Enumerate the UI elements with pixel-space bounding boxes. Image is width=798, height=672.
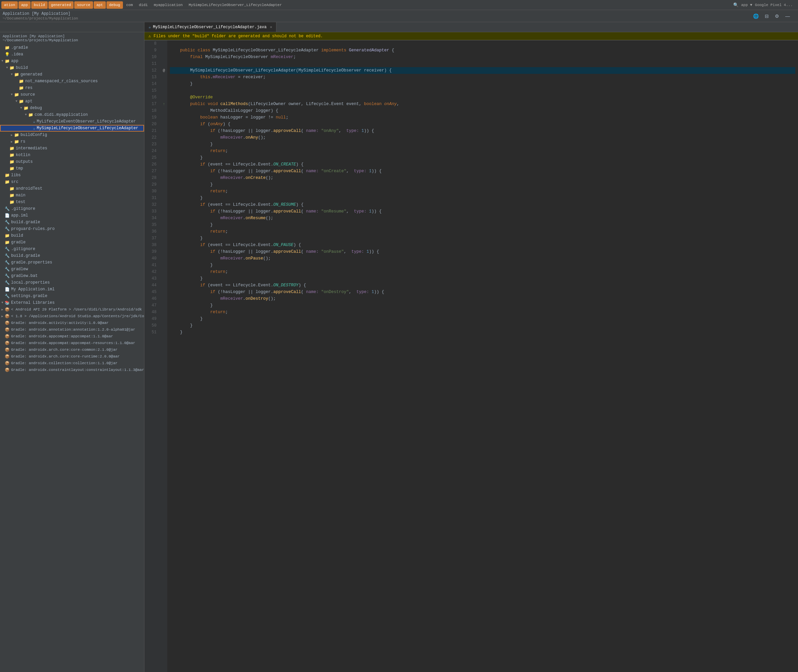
tree-item[interactable]: 🔧 build.gradle bbox=[0, 253, 144, 259]
tree-item[interactable]: 📦 Gradle: androidx.appcompat:appcompat:1… bbox=[0, 333, 144, 340]
file-tab-close-btn[interactable]: ✕ bbox=[270, 25, 272, 29]
project-root-label: Application [My Application] ~/Documents… bbox=[3, 34, 78, 42]
file-tab-active[interactable]: ☕ MySimpleLifecycleObserver_LifecycleAda… bbox=[144, 22, 276, 32]
tree-item[interactable]: 🔧 build.gradle bbox=[0, 219, 144, 226]
folder-icon: 📁 bbox=[14, 139, 19, 144]
tree-item[interactable]: 📦 Gradle: androidx.collection:collection… bbox=[0, 360, 144, 366]
tree-item[interactable]: 🔧 gradlew.bat bbox=[0, 272, 144, 279]
code-line-16: @Override bbox=[170, 94, 795, 101]
top-tab-source[interactable]: source bbox=[74, 2, 93, 9]
tree-item[interactable]: 📁 not_namespaced_r_class_sources bbox=[0, 78, 144, 85]
tree-item[interactable]: 📦 Gradle: androidx.constraintlayout:cons… bbox=[0, 366, 144, 373]
tree-label: gradle bbox=[11, 240, 26, 245]
tree-item[interactable]: ▼ 📁 build bbox=[0, 64, 144, 71]
tree-item[interactable]: ▶ 📁 buildConfig bbox=[0, 131, 144, 138]
tree-item[interactable]: ▼ 📁 source bbox=[0, 91, 144, 98]
gradle-dep4-icon: 📦 bbox=[5, 341, 10, 346]
tree-item[interactable]: 🔧 .gitignore bbox=[0, 205, 144, 212]
tree-item[interactable]: 📁 tmp bbox=[0, 165, 144, 172]
top-tab-ation[interactable]: ation bbox=[2, 2, 18, 9]
tree-item[interactable]: 📁 main bbox=[0, 192, 144, 199]
code-line-29: } bbox=[170, 181, 795, 188]
tree-label: Gradle: androidx.constraintlayout:constr… bbox=[11, 368, 144, 372]
tree-item[interactable]: 💡 .idea bbox=[0, 51, 144, 58]
tree-label: debug bbox=[30, 106, 42, 110]
tree-item[interactable]: 🔧 settings.gradle bbox=[0, 293, 144, 299]
code-line-27: if (!hasLogger || logger.approveCall( na… bbox=[170, 168, 795, 174]
top-tab-build[interactable]: build bbox=[31, 2, 48, 9]
tree-item-mysimple[interactable]: ☕ MySimpleLifecycleObserver_LifecycleAda… bbox=[0, 125, 144, 131]
tree-item[interactable]: 📄 app.iml bbox=[0, 212, 144, 219]
code-line-47: } bbox=[170, 302, 795, 309]
tree-item[interactable]: 📁 gradle bbox=[0, 239, 144, 246]
tree-item[interactable]: 📁 res bbox=[0, 85, 144, 91]
code-line-45: if (!hasLogger || logger.approveCall( na… bbox=[170, 289, 795, 295]
code-line-15 bbox=[170, 87, 795, 94]
tree-item[interactable]: ▶ 📁 rs bbox=[0, 138, 144, 145]
tree-item[interactable]: ▼ 📁 com.didi.myapplication bbox=[0, 112, 144, 118]
code-area: ⚠ Files under the "build" folder are gen… bbox=[144, 32, 798, 672]
tree-item[interactable]: 🔧 local.properties bbox=[0, 279, 144, 286]
tree-item[interactable]: ▶ 📦 < 1.8 > /Applications/Android Studio… bbox=[0, 313, 144, 320]
globe-button[interactable]: 🌐 bbox=[752, 13, 760, 19]
top-tab-debug[interactable]: debug bbox=[106, 2, 123, 9]
tree-label: Gradle: androidx.arch.core:core-common:2… bbox=[11, 348, 117, 352]
tree-item[interactable]: 📁 src bbox=[0, 179, 144, 185]
minimize-button[interactable]: — bbox=[784, 13, 791, 19]
folder-icon: 📁 bbox=[5, 240, 10, 245]
tree-item[interactable]: 📁 test bbox=[0, 199, 144, 205]
tree-item[interactable]: 📁 intermediates bbox=[0, 145, 144, 152]
tree-item[interactable]: 🔧 .gitignore bbox=[0, 246, 144, 253]
tree-item[interactable]: 📦 Gradle: androidx.arch.core:core-runtim… bbox=[0, 353, 144, 360]
device-label: Google Pixel 4... bbox=[755, 3, 793, 7]
tree-item[interactable]: 📦 Gradle: androidx.appcompat:appcompat-r… bbox=[0, 340, 144, 346]
folder-icon: 📁 bbox=[19, 86, 24, 91]
tree-item-mylifecycle[interactable]: ☕ MyLifecycleEventObserver_LifecycleAdap… bbox=[0, 118, 144, 125]
file-tab-name: MySimpleLifecycleObserver_LifecycleAdapt… bbox=[153, 25, 266, 30]
tree-label: source bbox=[21, 92, 35, 97]
tree-item[interactable]: ▼ 📁 debug bbox=[0, 105, 144, 112]
tree-item[interactable]: 📁 androidTest bbox=[0, 185, 144, 192]
top-tab-myapplication[interactable]: myapplication bbox=[151, 2, 185, 9]
tree-item[interactable]: ▼ 📚 External Libraries bbox=[0, 299, 144, 306]
tree-label: generated bbox=[21, 72, 42, 77]
tree-item[interactable]: 📦 Gradle: androidx.activity:activity:1.0… bbox=[0, 320, 144, 326]
tree-item[interactable]: 📦 Gradle: androidx.annotation:annotation… bbox=[0, 326, 144, 333]
code-line-41: } bbox=[170, 262, 795, 269]
tree-item[interactable]: 📁 build bbox=[0, 232, 144, 239]
tree-item[interactable]: 📁 kotlin bbox=[0, 152, 144, 158]
tree-item[interactable]: 📁 outputs bbox=[0, 158, 144, 165]
settings-button[interactable]: ⚙ bbox=[774, 13, 780, 19]
line-numbers: 8 9 10 11 12 13 14 15 16 17 18 19 20 21 … bbox=[144, 40, 160, 672]
tree-arrow: ▶ bbox=[10, 140, 14, 144]
top-tab-observer[interactable]: MySimpleLifecycleObserver_LifecycleAdapt… bbox=[186, 2, 284, 9]
tree-item[interactable]: 🔧 gradlew bbox=[0, 266, 144, 272]
code-line-12: MySimpleLifecycleObserver_LifecycleAdapt… bbox=[170, 67, 795, 74]
top-tab-apt[interactable]: apt bbox=[94, 2, 106, 9]
folder-icon: 📁 bbox=[5, 173, 10, 178]
tree-item[interactable]: ▶ 📦 < Android API 29 Platform > /Users/d… bbox=[0, 306, 144, 313]
folder-icon: 📁 bbox=[10, 186, 14, 191]
tree-item[interactable]: 🔧 gradle.properties bbox=[0, 259, 144, 266]
iml-icon: 📄 bbox=[5, 213, 10, 218]
tree-arrow: ▶ bbox=[0, 308, 5, 312]
tree-item[interactable]: 📄 My Application.iml bbox=[0, 286, 144, 293]
tree-item[interactable]: 📁 libs bbox=[0, 172, 144, 179]
top-tab-com[interactable]: com bbox=[123, 2, 136, 9]
search-icon[interactable]: 🔍 bbox=[733, 2, 739, 8]
top-tab-app[interactable]: app bbox=[18, 2, 30, 9]
tree-item[interactable]: ▼ 📁 generated bbox=[0, 71, 144, 78]
tree-item[interactable]: 📦 Gradle: androidx.arch.core:core-common… bbox=[0, 346, 144, 353]
tree-item[interactable]: ▼ 📁 app bbox=[0, 58, 144, 64]
layout-button[interactable]: ⊟ bbox=[763, 13, 770, 19]
code-line-46: mReceiver.onDestroy(); bbox=[170, 295, 795, 302]
top-tab-didi[interactable]: didi bbox=[136, 2, 151, 9]
tree-item[interactable]: ▼ 📁 apt bbox=[0, 98, 144, 105]
folder-icon: 📁 bbox=[14, 92, 19, 98]
tree-item[interactable]: 📁 .gradle bbox=[0, 44, 144, 51]
tree-label: gradle.properties bbox=[11, 260, 52, 265]
tree-item[interactable]: 🔧 proguard-rules.pro bbox=[0, 226, 144, 232]
folder-icon: 📁 bbox=[10, 166, 14, 171]
code-line-8 bbox=[170, 40, 795, 47]
top-tab-generated[interactable]: generated bbox=[48, 2, 74, 9]
